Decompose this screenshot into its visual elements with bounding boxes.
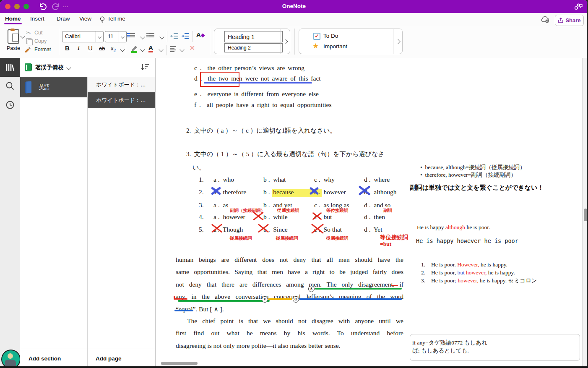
red-label-coordinating-yet: 等位接続詞: [380, 234, 408, 241]
ribbon-toolbar: Paste ✂ Cut Copy Format Calibri 11: [0, 26, 588, 58]
page-canvas[interactable]: c . the other person’s views are wrong d…: [155, 58, 583, 368]
tab-draw[interactable]: Draw: [57, 16, 70, 22]
red-label-subordinating: 従属接続詞: [276, 235, 298, 241]
tab-insert[interactable]: Insert: [30, 16, 44, 22]
important-star-icon: ★: [312, 42, 319, 50]
note-bullet-text: because, although=接続詞（従属接続詞）: [425, 164, 525, 170]
font-name-select[interactable]: Calibri: [62, 31, 104, 42]
horizontal-scrollbar[interactable]: [161, 362, 198, 365]
search-icon[interactable]: [5, 81, 15, 92]
share-button[interactable]: Share: [555, 15, 584, 26]
navigation-rail: [0, 58, 20, 368]
tab-tell-me[interactable]: Tell me: [107, 16, 125, 22]
font-color-chevron[interactable]: [159, 47, 163, 52]
ribbon-divider: [126, 45, 126, 55]
red-label-equals-but: =but: [380, 241, 391, 248]
option-5-num: 5.: [199, 226, 204, 233]
verb-circle-annotation: V: [262, 296, 268, 303]
alignment-icon[interactable]: [170, 45, 176, 53]
strikethrough-button[interactable]: ab: [99, 45, 105, 52]
notebook-name[interactable]: 茗渓予備校: [35, 64, 64, 71]
paste-icon[interactable]: [8, 29, 19, 44]
note-list-item-2: 2.He is poor, but however, he is happy.: [421, 269, 515, 276]
question-3: 3. 文中の（ 1 ）～（ 5 ）に入る最も適切な語（句）を下から選びなさ: [186, 150, 385, 158]
script-chevron[interactable]: [120, 47, 125, 52]
note-warning: 副詞は単独では文と文を繋ぐことができない！: [410, 184, 544, 192]
copy-button[interactable]: Copy: [34, 38, 47, 44]
paragraph-line: disagreeing is not only more polite—it a…: [176, 339, 403, 352]
page-item-1[interactable]: ホワイトボード：…: [88, 77, 155, 92]
tags-expand-button[interactable]: [393, 29, 402, 54]
underline-button[interactable]: U: [88, 44, 93, 52]
tag-todo[interactable]: To Do: [323, 33, 338, 39]
exam-choice-c: c . the other person’s views are wrong: [194, 64, 304, 72]
sensitivity-icon[interactable]: A: [196, 31, 204, 38]
alignment-chevron[interactable]: [180, 47, 184, 52]
style-heading2[interactable]: Heading 2: [224, 43, 283, 52]
red-underline-any: [174, 298, 187, 300]
highlighter-chevron[interactable]: [140, 47, 145, 52]
paste-button[interactable]: Paste: [7, 45, 20, 51]
recent-notes-icon[interactable]: [5, 100, 15, 111]
subscript-button[interactable]: x2: [111, 45, 116, 53]
red-label-subordinating: 従属接続詞: [230, 235, 252, 241]
numbered-list-icon[interactable]: [149, 32, 154, 38]
note-idiom-line-1: if any=タゲ熟語0772 もしあれ: [412, 339, 487, 347]
sync-status-icon[interactable]: [540, 16, 550, 25]
sort-pages-icon[interactable]: [141, 63, 149, 73]
option-1c: c . why: [314, 176, 335, 183]
window-bottom-edge: [0, 366, 588, 368]
outdent-icon[interactable]: [170, 33, 179, 41]
section-item-english[interactable]: 英語: [20, 77, 87, 97]
ribbon-divider: [166, 45, 167, 55]
text: he is happy.: [479, 261, 507, 268]
vertical-scrollbar-thumb[interactable]: [584, 209, 587, 221]
format-button[interactable]: Format: [34, 47, 51, 52]
section-icon: [25, 81, 31, 93]
red-underline-any-hook: [174, 296, 175, 299]
ribbon-divider: [167, 31, 167, 42]
styles-expand-button[interactable]: [281, 29, 290, 54]
blue-x-mark: [309, 185, 319, 196]
notebook-chevron-icon[interactable]: [66, 65, 71, 70]
page-item-2-selected[interactable]: ホワイトボード：…: [88, 92, 155, 108]
notebooks-button[interactable]: [0, 58, 20, 77]
style-heading1[interactable]: Heading 1: [224, 31, 283, 42]
add-section-button[interactable]: Add section: [29, 355, 61, 362]
notebook-header[interactable]: 茗渓予備校: [20, 58, 155, 77]
bullet-list-icon[interactable]: [130, 32, 135, 38]
font-color-icon[interactable]: A: [148, 44, 153, 52]
tab-view[interactable]: View: [79, 16, 91, 22]
bold-button[interactable]: B: [65, 44, 70, 52]
highlighter-icon[interactable]: [130, 44, 138, 55]
presence-icon[interactable]: [573, 3, 583, 13]
window-title: OneNote: [0, 3, 588, 9]
option-1b: b . what: [263, 176, 286, 183]
format-painter-icon[interactable]: [24, 46, 31, 55]
paste-dropdown-chevron[interactable]: [20, 34, 25, 38]
cut-button[interactable]: Cut: [34, 30, 42, 36]
add-page-button[interactable]: Add page: [96, 355, 122, 362]
indent-icon[interactable]: [181, 33, 190, 41]
option-2b: b . because: [263, 188, 294, 196]
font-size-select[interactable]: 11: [105, 31, 127, 42]
option-3a: a . as: [213, 201, 228, 209]
text: he is happy.: [487, 269, 515, 276]
font-name-chevron[interactable]: [96, 31, 103, 42]
clear-formatting-icon[interactable]: ×: [190, 43, 195, 53]
tab-home[interactable]: Home: [5, 16, 21, 22]
red-underline-if: [391, 285, 398, 286]
numbered-list-chevron[interactable]: [159, 34, 164, 39]
red-text: however,: [465, 269, 487, 276]
exam-choice-f: f . all people have a right to equal opp…: [194, 101, 331, 109]
account-avatar[interactable]: [1, 350, 21, 368]
font-size-chevron[interactable]: [119, 31, 126, 42]
bullet-list-chevron[interactable]: [140, 34, 145, 39]
tag-important[interactable]: Important: [323, 43, 347, 50]
list-number: 1.: [421, 261, 431, 268]
share-icon: [558, 18, 564, 23]
note-list-item-3: 3.He is poor; however, he is happy. セミコロ…: [421, 277, 537, 284]
cut-icon[interactable]: ✂: [26, 29, 31, 36]
blue-underline-equal: [174, 310, 193, 311]
italic-button[interactable]: I: [78, 44, 80, 52]
